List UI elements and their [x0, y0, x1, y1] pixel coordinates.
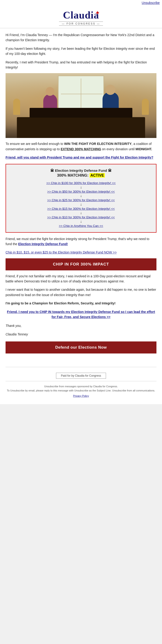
donate-any-link[interactable]: >> Chip in Anything You Can <<: [10, 224, 152, 228]
thankyou-text: Thank you,: [6, 323, 156, 328]
arrow-down-2: ↓: [10, 194, 152, 198]
story-paragraph: If you haven't been following my story, …: [6, 46, 156, 56]
unsubscribe-link[interactable]: Unsubscribe: [142, 1, 160, 5]
signature-text: Claudia Tenney: [6, 332, 156, 337]
unsub-line1: Unsubscribe from messages sponsored by C…: [5, 384, 157, 389]
divider-2: [6, 381, 156, 381]
matching-paragraph: To ensure we are well-funded enough to W…: [6, 141, 156, 152]
friend-cta-link[interactable]: Friend, will you stand with President Tr…: [6, 155, 156, 160]
desk-silhouette: [17, 117, 145, 138]
chip-button[interactable]: CHIP IN FOR 300% IMPACT: [6, 258, 156, 270]
window-decoration: [58, 76, 104, 112]
logo-name: Claudia★: [63, 9, 99, 21]
divider-1: [6, 367, 156, 367]
donate-100-link[interactable]: >> Chip in $100 for 300% for Election In…: [10, 181, 152, 185]
arrow-down-5: ↓: [10, 220, 152, 224]
logo-tagline: — FOR CONGRESS —: [59, 22, 103, 26]
logo-star-icon: ★: [96, 10, 100, 15]
privacy-policy-link[interactable]: Privacy Policy: [73, 394, 89, 397]
friend-chip-link-para[interactable]: Friend, I need you to CHIP IN towards my…: [6, 309, 156, 320]
donate-15-link[interactable]: >> Chip in $15 for 300% for Election Int…: [10, 207, 152, 210]
intro-paragraph: Hi Friend, I'm Claudia Tenney — I'm the …: [6, 32, 156, 43]
email-header: Claudia★ — FOR CONGRESS —: [0, 5, 162, 28]
bottom-spacer: [6, 356, 156, 363]
unsub-line2: To Unsubscribe by email, please reply to…: [5, 389, 157, 393]
privacy-policy-link-para[interactable]: Privacy Policy: [5, 394, 157, 398]
story-para: Friend, if you're not familiar with my s…: [6, 274, 156, 284]
fund-title: 🏛 Election Integrity Defense Fund 🏛: [10, 168, 152, 172]
arrow-down-1: ↓: [10, 185, 152, 189]
chip-now-link[interactable]: Chip in $10, $15, or even $25 to the Ele…: [6, 250, 117, 254]
top-bar: Unsubscribe: [0, 0, 162, 5]
champion-para: I'm going to be a Champion for Election …: [6, 301, 156, 306]
fund-paragraph: Friend, we must start the fight for elec…: [6, 236, 156, 247]
donate-10-link[interactable]: >> Chip in $10 for 300% for Election Int…: [10, 216, 152, 219]
extend-matching-text: EXTEND 300% MATCHING: [61, 147, 101, 151]
hero-image: [6, 73, 156, 138]
email-content: Hi Friend, I'm Claudia Tenney — I'm the …: [0, 28, 162, 365]
active-badge: ACTIVE: [90, 173, 105, 178]
chip-now-link-para[interactable]: Chip in $10, $15, or even $25 to the Ele…: [6, 250, 156, 255]
midnight-text: MIDNIGHT.: [136, 147, 152, 151]
logo: Claudia★: [0, 9, 162, 21]
arrow-down-4: ↓: [10, 211, 152, 215]
paid-for-section: Paid for by Claudia for Congress: [0, 373, 162, 379]
win-fight-text: WIN THE FIGHT FOR ELECTION INTEGRITY: [64, 142, 132, 146]
trump-paragraph: Recently, I met with President Trump, an…: [6, 60, 156, 70]
matching-status-line: 300% MATCHING: ACTIVE: [10, 174, 152, 178]
friend-chip-link[interactable]: Friend, I need you to CHIP IN towards my…: [7, 310, 155, 319]
arrow-down-3: ↓: [10, 202, 152, 206]
email-wrapper: Unsubscribe Claudia★ — FOR CONGRESS — Hi…: [0, 0, 162, 404]
footer-spacer: [0, 400, 162, 404]
donate-25-link[interactable]: >> Chip in $25 for 300% for Election Int…: [10, 198, 152, 202]
donation-box: 🏛 Election Integrity Defense Fund 🏛 300%…: [6, 164, 156, 233]
lamp-left-decoration: [13, 98, 20, 115]
donate-50-link[interactable]: >> Chip in $50 for 300% for Election Int…: [10, 190, 152, 193]
lamp-right-decoration: [142, 98, 149, 115]
no-other-candidate-para: I never want that to happen to another c…: [6, 287, 156, 298]
footer-text: Unsubscribe from messages sponsored by C…: [0, 383, 162, 400]
paid-for-box: Paid for by Claudia for Congress: [56, 373, 106, 379]
defend-button[interactable]: Defend our Elections Now: [6, 342, 156, 354]
fund-link[interactable]: Election Integrity Defense Fund!: [18, 242, 68, 246]
